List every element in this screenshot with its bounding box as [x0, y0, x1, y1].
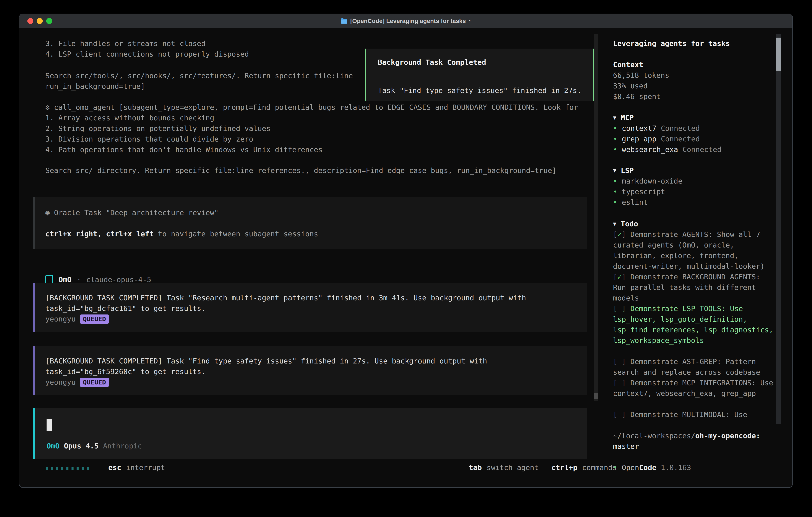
lsp-section: ▼ LSP • markdown-oxide • typescript • es… [613, 165, 776, 208]
status-dot-icon: • [613, 123, 617, 134]
collapse-triangle-icon: ▼ [613, 219, 616, 229]
sidebar-scrollbar-track[interactable] [776, 34, 781, 424]
background-task-card-1: [BACKGROUND TASK COMPLETED] Task "Resear… [33, 283, 587, 332]
todo-section: ▼ Todo [✓] Demonstrate AGENTS: Show all … [613, 219, 776, 420]
mcp-item-name: context7 [622, 124, 656, 132]
workspace-repo: oh-my-opencode: [695, 432, 760, 440]
session-title: Leveraging agents for tasks [613, 38, 776, 49]
checkbox-empty-icon [617, 303, 622, 314]
app-version-row: • OpenCode 1.0.163 [613, 462, 776, 473]
input-provider-name: Anthropic [103, 441, 142, 451]
checkbox-empty-icon [617, 356, 622, 367]
ctrlp-key-label: commands [582, 463, 617, 472]
esc-key-hint: esc [108, 463, 121, 472]
status-dot-icon: • [613, 176, 617, 186]
context-tokens: 66,518 tokens [613, 70, 776, 81]
mcp-header-label: MCP [621, 112, 634, 123]
todo-header-label: Todo [621, 219, 638, 229]
mcp-item-status: Connected [661, 124, 700, 132]
context-spent: $0.46 spent [613, 91, 776, 102]
checkbox-empty-icon [617, 409, 622, 420]
lsp-item-name: typescript [622, 186, 665, 197]
workspace-path: ~/local-workspaces/oh-my-opencode: maste… [613, 430, 776, 452]
collapse-triangle-icon: ▼ [613, 165, 616, 176]
input-model-name[interactable]: Opus 4.5 [64, 441, 98, 451]
status-dot-icon: • [613, 186, 617, 197]
todo-item-ast-grep: [ ] Demonstrate AST-GREP: Pattern search… [613, 356, 776, 377]
context-used: 33% used [613, 81, 776, 91]
chat-scrollbar-track[interactable] [594, 34, 598, 401]
checkmark-icon: ✓ [617, 229, 622, 240]
app-name-normal: Open [622, 463, 639, 472]
status-dot-icon: • [613, 144, 617, 155]
todo-section-header[interactable]: ▼ Todo [613, 219, 776, 229]
esc-key-label: interrupt [126, 463, 165, 472]
lsp-header-label: LSP [621, 165, 634, 176]
ctrlp-key-hint: ctrl+p [551, 463, 577, 472]
lsp-item-name: eslint [622, 197, 648, 208]
window-title: [OpenCode] Leveraging agents for tasks ◔ [350, 18, 471, 24]
mcp-item: • grep_appConnected [613, 134, 776, 144]
task2-queued-badge: QUEUED [80, 378, 109, 387]
app-version: 1.0.163 [661, 463, 691, 472]
task1-queued-badge: QUEUED [80, 315, 109, 324]
mcp-item: • context7Connected [613, 123, 776, 134]
oracle-task-hint: ctrl+x right, ctrl+x left to navigate be… [46, 228, 587, 239]
task1-user: yeongyu [46, 314, 76, 324]
context-header: Context [613, 59, 776, 70]
background-task-card-2: [BACKGROUND TASK COMPLETED] Task "Find t… [33, 346, 587, 395]
lsp-item: • markdown-oxide [613, 176, 776, 186]
task1-message: [BACKGROUND TASK COMPLETED] Task "Resear… [46, 293, 587, 314]
sidebar-scrollbar-thumb[interactable] [776, 37, 781, 71]
zoom-window-button[interactable] [46, 18, 52, 24]
mcp-item-status: Connected [683, 145, 722, 154]
tab-key-label: switch agent [487, 463, 539, 472]
context-section: Context 66,518 tokens 33% used $0.46 spe… [613, 59, 776, 102]
task2-user: yeongyu [46, 377, 76, 387]
chat-tool-call-tail: Search src/ directory. Return specific f… [46, 165, 603, 176]
close-window-button[interactable] [27, 18, 33, 24]
window-titlebar[interactable]: [OpenCode] Leveraging agents for tasks ◔ [19, 14, 792, 28]
mcp-section: ▼ MCP • context7Connected • grep_appConn… [613, 112, 776, 155]
chat-tool-call-omo-agent: ⚙ call_omo_agent [subagent_type=explore,… [46, 102, 603, 155]
tab-key-hint: tab [469, 463, 482, 472]
mcp-item-name: grep_app [622, 135, 656, 143]
checkbox-empty-icon [617, 377, 622, 388]
status-dot-icon: • [613, 134, 617, 144]
mcp-item-name: websearch_exa [622, 145, 678, 154]
lsp-item-name: markdown-oxide [622, 176, 682, 186]
todo-item-agents: [✓] Demonstrate AGENTS: Show all 7 curat… [613, 229, 776, 272]
working-spinner-dots: ▪▪▪▪▪▪▪▪▪ [46, 463, 91, 472]
background-task-notification[interactable]: Background Task Completed Task "Find typ… [365, 49, 594, 101]
lsp-item: • typescript [613, 186, 776, 197]
oracle-task-title: ◉ Oracle Task "Deep architecture review" [46, 207, 587, 218]
oracle-hint-keys: ctrl+x right, ctrl+x left [46, 230, 154, 238]
oracle-hint-rest: to navigate between subagent sessions [154, 230, 318, 238]
lsp-section-header[interactable]: ▼ LSP [613, 165, 776, 176]
notification-body: Task "Find type safety issues" finished … [378, 85, 593, 96]
todo-item-mcp-integrations: [ ] Demonstrate MCP INTEGRATIONS: Use co… [613, 377, 776, 399]
mcp-item-status: Connected [661, 135, 700, 143]
app-name-bold: Code [639, 463, 657, 472]
chat-scrollbar-thumb[interactable] [594, 393, 598, 399]
opencode-terminal-window: [OpenCode] Leveraging agents for tasks ◔… [19, 13, 793, 488]
workspace-prefix: ~/local-workspaces/ [613, 432, 695, 440]
text-cursor [47, 419, 52, 431]
collapse-triangle-icon: ▼ [613, 112, 616, 123]
folder-icon [341, 18, 347, 24]
oracle-task-card: ◉ Oracle Task "Deep architecture review"… [33, 197, 587, 249]
todo-item-background-agents: [✓] Demonstrate BACKGROUND AGENTS: Run p… [613, 272, 776, 303]
checkmark-icon: ✓ [617, 272, 622, 282]
minimize-window-button[interactable] [37, 18, 43, 24]
status-dot-icon: • [613, 462, 617, 473]
status-dot-icon: • [613, 197, 617, 208]
traffic-lights [27, 18, 52, 24]
mcp-section-header[interactable]: ▼ MCP [613, 112, 776, 123]
mcp-item: • websearch_exaConnected [613, 144, 776, 155]
todo-item-multimodal: [ ] Demonstrate MULTIMODAL: Use [613, 409, 776, 420]
status-bar: ▪▪▪▪▪▪▪▪▪ esc interrupt tab switch agent… [46, 462, 617, 473]
todo-item-lsp-tools: [ ] Demonstrate LSP TOOLS: Use lsp_hover… [613, 303, 776, 346]
lsp-item: • eslint [613, 197, 776, 208]
prompt-input[interactable]: OmO Opus 4.5 Anthropic [33, 408, 587, 459]
workspace-branch: master [613, 442, 639, 451]
